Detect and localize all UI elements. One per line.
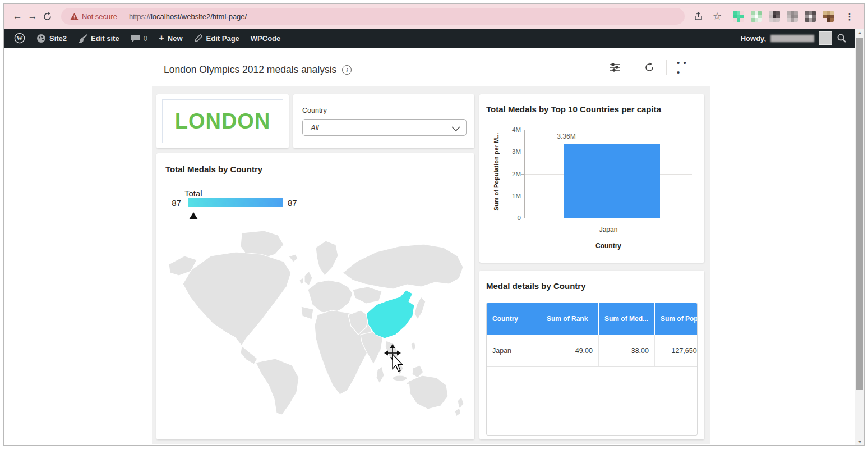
scrollbar-down-icon[interactable]: ▼ <box>855 438 865 446</box>
url-divider <box>123 12 123 21</box>
dashboard-canvas: LONDON Country All Total Medals by Cou <box>152 86 710 444</box>
extension-icon-3[interactable] <box>769 11 780 22</box>
medal-table: Country Sum of Rank Sum of Med... Sum of… <box>486 303 698 436</box>
address-bar[interactable]: Not secure https://localhost/website2/ht… <box>61 8 685 25</box>
map-new-zealand-south <box>455 407 461 416</box>
not-secure-label[interactable]: Not secure <box>82 12 117 21</box>
toolbar-divider <box>666 60 667 75</box>
url-scheme: https:// <box>129 12 151 21</box>
edit-page-label: Edit Page <box>206 34 239 43</box>
brush-icon <box>78 34 87 43</box>
country-dropdown[interactable]: All <box>302 119 467 136</box>
admin-bar-comments[interactable]: 0 <box>125 29 153 48</box>
table-row[interactable]: Japan 49.00 38.00 127,650,000 <box>487 335 697 367</box>
cell-medals: 38.00 <box>599 335 655 366</box>
page-content: London Olympics 2012 medals analysis i •… <box>4 48 855 446</box>
browser-actions: ☆ ⋮ <box>691 10 856 23</box>
username-redacted <box>770 35 814 42</box>
not-secure-warning-icon[interactable] <box>70 13 79 20</box>
bar-chart-plot <box>524 130 692 218</box>
legend-pointer-icon <box>189 212 198 219</box>
dashboard-gauge-icon <box>36 34 46 43</box>
extension-icon-6[interactable] <box>823 11 834 22</box>
avatar <box>819 31 832 45</box>
reload-icon[interactable] <box>41 8 53 24</box>
browser-scrollbar[interactable]: ▲ ▼ <box>855 29 864 446</box>
extension-icons <box>733 11 834 22</box>
cell-rank: 49.00 <box>541 335 599 366</box>
map-australia <box>409 375 448 409</box>
comment-count: 0 <box>144 34 147 43</box>
admin-bar-wpcode[interactable]: WPCode <box>245 29 286 48</box>
plus-icon: + <box>159 33 164 44</box>
world-map[interactable] <box>158 231 472 417</box>
legend-min: 87 <box>161 198 181 208</box>
map-ireland <box>299 278 304 285</box>
more-options-icon[interactable]: • • • <box>677 61 690 74</box>
info-icon[interactable]: i <box>342 65 352 75</box>
svg-text:W: W <box>17 35 23 42</box>
x-category-label: Japan <box>524 226 692 233</box>
london-logo-card[interactable]: LONDON <box>156 94 289 148</box>
column-header-population[interactable]: Sum of Popu <box>655 303 698 335</box>
bar-chart-card[interactable]: Total Medals by Top 10 Countries per cap… <box>479 94 704 263</box>
map-scandinavia <box>316 241 338 276</box>
admin-bar-site[interactable]: Site2 <box>31 29 72 48</box>
y-tick: 0 <box>502 214 521 221</box>
filters-icon[interactable] <box>608 61 622 74</box>
country-dropdown-value: All <box>311 123 318 132</box>
wp-logo[interactable]: W <box>8 29 31 48</box>
bar-japan[interactable] <box>564 144 660 218</box>
y-tick: 1M <box>502 193 521 199</box>
map-iberia <box>301 306 313 319</box>
y-tick: 3M <box>502 148 521 155</box>
browser-toolbar: ← → Not secure https://localhost/website… <box>4 4 864 29</box>
move-cursor <box>384 344 405 377</box>
map-south-america <box>256 359 299 415</box>
london-logo-frame: LONDON <box>162 99 283 143</box>
y-tick: 2M <box>502 171 521 177</box>
scrollbar-thumb[interactable] <box>856 38 863 390</box>
browser-window: ← → Not secure https://localhost/website… <box>3 3 865 446</box>
extension-icon-5[interactable] <box>805 11 816 22</box>
wp-admin-bar: W Site2 Edit site 0 + New Edit Page <box>4 29 855 48</box>
cell-population: 127,650,000 <box>655 335 698 366</box>
extension-icon-2[interactable] <box>751 11 762 22</box>
url-path: localhost/website2/html-page/ <box>151 12 247 21</box>
share-icon[interactable] <box>691 10 705 23</box>
column-header-medals[interactable]: Sum of Med... <box>599 303 655 335</box>
refresh-icon[interactable] <box>643 61 656 74</box>
x-axis-label: Country <box>524 242 692 250</box>
gridline <box>525 130 692 130</box>
table-header-row: Country Sum of Rank Sum of Med... Sum of… <box>487 303 697 335</box>
browser-menu-icon[interactable]: ⋮ <box>843 10 856 23</box>
admin-bar-edit-page[interactable]: Edit Page <box>188 29 245 48</box>
bookmark-star-icon[interactable]: ☆ <box>710 10 724 23</box>
extension-icon-4[interactable] <box>787 11 798 22</box>
bar-data-label: 3.36M <box>518 132 615 140</box>
extension-icon-1[interactable] <box>733 11 744 22</box>
report-toolbar: • • • <box>608 60 690 75</box>
back-icon[interactable]: ← <box>12 8 24 24</box>
london-logo-text: LONDON <box>175 109 271 134</box>
browser-viewport: W Site2 Edit site 0 + New Edit Page <box>4 29 864 446</box>
legend-title: Total <box>184 189 202 198</box>
column-header-rank[interactable]: Sum of Rank <box>541 303 599 335</box>
column-header-country[interactable]: Country <box>487 303 541 335</box>
search-icon[interactable] <box>837 33 847 43</box>
legend-max: 87 <box>288 198 297 208</box>
map-central-asia <box>353 287 382 304</box>
legend-gradient-bar <box>188 198 283 207</box>
table-visual-card[interactable]: Medal details by Country Country Sum of … <box>479 271 704 439</box>
admin-bar-new[interactable]: + New <box>153 29 188 48</box>
chevron-down-icon[interactable] <box>451 124 460 134</box>
forward-icon[interactable]: → <box>27 8 39 24</box>
page-title-wrap: London Olympics 2012 medals analysis i <box>164 64 352 76</box>
map-philippines <box>411 342 416 351</box>
admin-bar-edit-site[interactable]: Edit site <box>72 29 125 48</box>
map-russia <box>343 244 463 289</box>
scrollbar-up-icon[interactable]: ▲ <box>855 29 865 37</box>
map-visual-card[interactable]: Total Medals by Country Total 87 87 <box>156 153 474 439</box>
url-text[interactable]: https://localhost/website2/html-page/ <box>129 12 247 21</box>
admin-bar-account[interactable]: Howdy, <box>741 31 849 45</box>
